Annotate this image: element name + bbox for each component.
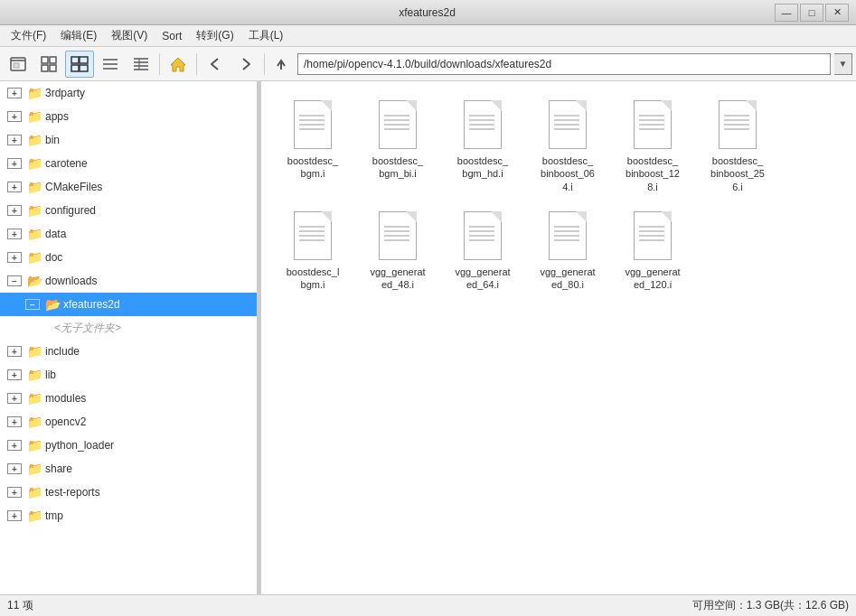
- svg-rect-3: [42, 57, 48, 63]
- sidebar-item-opencv2[interactable]: 📁 opencv2: [0, 410, 257, 434]
- expander-bin[interactable]: [7, 135, 22, 145]
- expander-cmakefiles[interactable]: [7, 182, 22, 192]
- expander-data[interactable]: [7, 229, 22, 239]
- list-view-button[interactable]: [96, 51, 125, 78]
- svg-rect-8: [80, 57, 88, 63]
- expander-xfeatures2d[interactable]: [25, 299, 40, 310]
- sidebar-item-modules[interactable]: 📁 modules: [0, 387, 257, 410]
- expander-include[interactable]: [7, 346, 22, 357]
- sidebar-item-python-loader[interactable]: 📁 python_loader: [0, 434, 257, 457]
- statusbar: 11 项 可用空间：1.3 GB(共：12.6 GB): [0, 594, 856, 616]
- sidebar-item-configured[interactable]: 📁 configured: [0, 199, 257, 222]
- sidebar-item-include[interactable]: 📁 include: [0, 340, 257, 363]
- address-dropdown-button[interactable]: ▼: [834, 53, 852, 75]
- file-item-boostdesc-binboost-64[interactable]: boostdesc_binboost_064.i: [527, 92, 608, 200]
- file-name-boostdesc-bgm: boostdesc_bgm.i: [287, 154, 338, 181]
- sidebar-item-test-reports[interactable]: 📁 test-reports: [0, 481, 257, 504]
- file-item-boostdesc-bgm-hd[interactable]: boostdesc_bgm_hd.i: [442, 92, 523, 200]
- sidebar-item-xfeatures2d[interactable]: 📂 xfeatures2d: [0, 293, 257, 316]
- menu-sort[interactable]: Sort: [155, 28, 189, 44]
- expander-apps[interactable]: [7, 111, 22, 122]
- forward-button[interactable]: [231, 51, 260, 78]
- file-name-boostdesc-bgm-hd: boostdesc_bgm_hd.i: [457, 154, 508, 181]
- window-title: xfeatures2d: [80, 6, 775, 19]
- file-item-boostdesc-binboost-128[interactable]: boostdesc_binboost_128.i: [612, 92, 693, 200]
- menu-tools[interactable]: 工具(L): [241, 26, 291, 45]
- file-item-vgg-64[interactable]: vgg_generated_64.i: [442, 203, 523, 298]
- file-item-vgg-48[interactable]: vgg_generated_48.i: [357, 203, 438, 298]
- menu-view[interactable]: 视图(V): [104, 26, 155, 45]
- menu-file[interactable]: 文件(F): [4, 26, 53, 45]
- file-name-vgg-120: vgg_generated_120.i: [625, 266, 680, 292]
- expander-doc[interactable]: [7, 252, 22, 263]
- sidebar-item-downloads[interactable]: 📂 downloads: [0, 269, 257, 293]
- sidebar-item-bin[interactable]: 📁 bin: [0, 128, 257, 152]
- expander-tmp[interactable]: [7, 510, 22, 521]
- address-input[interactable]: [297, 53, 831, 75]
- expander-carotene[interactable]: [7, 158, 22, 169]
- menu-edit[interactable]: 编辑(E): [53, 26, 104, 45]
- folder-icon-apps: 📁: [27, 109, 43, 124]
- expander-3rdparty[interactable]: [7, 88, 22, 98]
- icon-view-button[interactable]: [34, 51, 63, 78]
- file-item-vgg-80[interactable]: vgg_generated_80.i: [527, 203, 608, 298]
- expander-test-reports[interactable]: [7, 487, 22, 498]
- svg-rect-7: [71, 57, 79, 63]
- file-item-boostdesc-lbgm[interactable]: boostdesc_lbgm.i: [272, 203, 353, 298]
- file-grid: boostdesc_bgm.i boostdesc_bgm_bi.i boo: [268, 89, 849, 301]
- minimize-button[interactable]: —: [775, 4, 798, 22]
- expander-configured[interactable]: [7, 205, 22, 216]
- folder-icon-doc: 📁: [27, 250, 43, 265]
- sidebar-item-doc[interactable]: 📁 doc: [0, 246, 257, 269]
- folder-icon-include: 📁: [27, 344, 43, 359]
- parent-dir-button[interactable]: [268, 52, 294, 76]
- file-item-boostdesc-binboost-256[interactable]: boostdesc_binboost_256.i: [697, 92, 778, 200]
- sidebar-item-tmp[interactable]: 📁 tmp: [0, 504, 257, 527]
- file-name-boostdesc-binboost-256: boostdesc_binboost_256.i: [710, 154, 765, 193]
- label-xfeatures2d: xfeatures2d: [63, 298, 120, 311]
- home-button[interactable]: [164, 51, 193, 78]
- svg-rect-5: [42, 65, 48, 71]
- separator-1: [159, 53, 160, 75]
- expander-python-loader[interactable]: [7, 440, 22, 451]
- file-name-boostdesc-bgm-bi: boostdesc_bgm_bi.i: [372, 154, 423, 181]
- expander-modules[interactable]: [7, 393, 22, 404]
- folder-icon-downloads: 📂: [27, 274, 43, 288]
- file-item-vgg-120[interactable]: vgg_generated_120.i: [612, 203, 693, 298]
- file-icon-boostdesc-bgm-hd: [461, 98, 504, 151]
- file-icon-vgg-64: [461, 210, 504, 262]
- sidebar-item-data[interactable]: 📁 data: [0, 222, 257, 246]
- menu-goto[interactable]: 转到(G): [189, 26, 240, 45]
- sidebar-item-share[interactable]: 📁 share: [0, 457, 257, 481]
- folder-icon-bin: 📁: [27, 133, 43, 147]
- sidebar-item-apps[interactable]: 📁 apps: [0, 105, 257, 128]
- new-window-button[interactable]: [4, 51, 33, 78]
- folder-icon-python-loader: 📁: [27, 438, 43, 453]
- expander-downloads[interactable]: [7, 275, 22, 286]
- restore-button[interactable]: □: [800, 4, 823, 22]
- sidebar-item-lib[interactable]: 📁 lib: [0, 363, 257, 387]
- folder-icon-test-reports: 📁: [27, 485, 43, 499]
- label-include: include: [45, 345, 80, 358]
- folder-icon-configured: 📁: [27, 203, 43, 218]
- svg-marker-19: [171, 58, 185, 71]
- sidebar-item-cmakefiles[interactable]: 📁 CMakeFiles: [0, 175, 257, 199]
- file-item-boostdesc-bgm-bi[interactable]: boostdesc_bgm_bi.i: [357, 92, 438, 200]
- close-button[interactable]: ✕: [825, 4, 849, 22]
- sidebar-item-3rdparty[interactable]: 📁 3rdparty: [0, 81, 257, 105]
- label-opencv2: opencv2: [45, 415, 86, 428]
- back-button[interactable]: [201, 51, 230, 78]
- expander-opencv2[interactable]: [7, 416, 22, 427]
- detail-view-button[interactable]: [127, 51, 155, 78]
- label-cmakefiles: CMakeFiles: [45, 181, 102, 193]
- sidebar-item-carotene[interactable]: 📁 carotene: [0, 152, 257, 175]
- svg-rect-10: [80, 65, 88, 71]
- compact-view-button[interactable]: [65, 51, 94, 78]
- svg-rect-9: [71, 65, 79, 71]
- expander-lib[interactable]: [7, 369, 22, 380]
- menubar: 文件(F) 编辑(E) 视图(V) Sort 转到(G) 工具(L): [0, 25, 856, 47]
- folder-icon-data: 📁: [27, 227, 43, 241]
- folder-icon-cmakefiles: 📁: [27, 180, 43, 194]
- file-item-boostdesc-bgm[interactable]: boostdesc_bgm.i: [272, 92, 353, 200]
- expander-share[interactable]: [7, 463, 22, 474]
